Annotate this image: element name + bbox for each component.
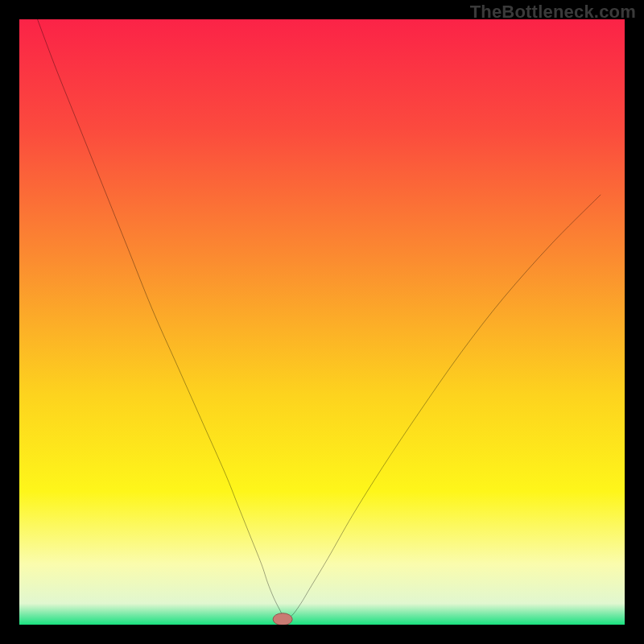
plot-area (19, 19, 625, 625)
watermark-text: TheBottleneck.com (470, 2, 636, 23)
gradient-background (19, 19, 625, 625)
chart-frame: TheBottleneck.com (0, 0, 644, 644)
optimal-marker (273, 613, 292, 625)
chart-svg (19, 19, 625, 625)
